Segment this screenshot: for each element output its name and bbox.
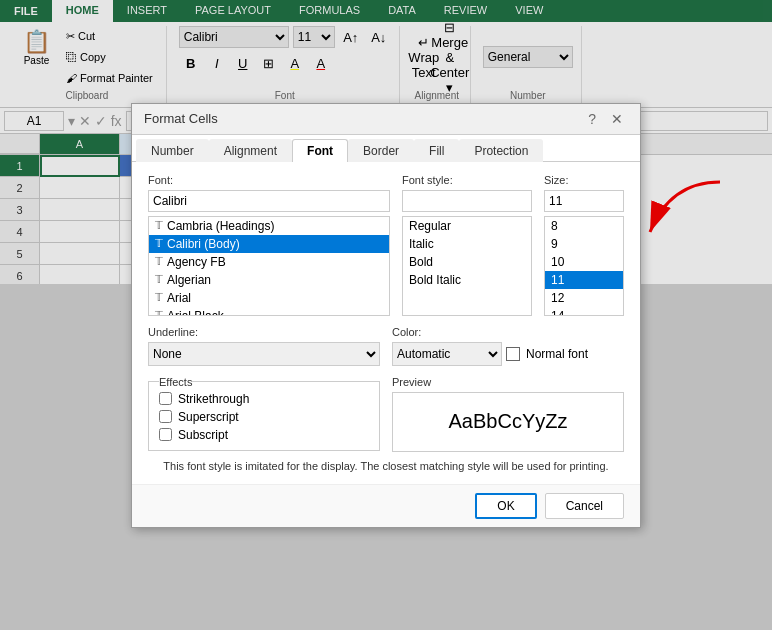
font-name-input[interactable]	[148, 190, 390, 212]
effects-legend: Effects	[159, 376, 192, 388]
tab-fill[interactable]: Fill	[414, 139, 459, 162]
underline-select[interactable]: None	[148, 342, 380, 366]
subscript-label: Subscript	[178, 428, 228, 442]
normal-font-label: Normal font	[526, 347, 588, 361]
normal-font-checkbox[interactable]: Normal font	[506, 347, 588, 361]
format-cells-dialog: Format Cells ? ✕ Number Alignment Font B…	[131, 103, 641, 528]
size-14[interactable]: 14	[545, 307, 623, 316]
size-8[interactable]: 8	[545, 217, 623, 235]
font-size-list[interactable]: 8 9 10 11 12 14	[544, 216, 624, 316]
effects-preview-row: Effects Strikethrough Superscript Subscr…	[148, 376, 624, 452]
underline-column: Underline: None	[148, 326, 380, 366]
font-item-algerian[interactable]: 𝕋 Algerian	[149, 271, 389, 289]
tab-alignment[interactable]: Alignment	[209, 139, 292, 162]
subscript-checkbox[interactable]: Subscript	[159, 428, 369, 442]
color-dropdown[interactable]: Automatic	[392, 342, 502, 366]
tab-font[interactable]: Font	[292, 139, 348, 162]
tab-border[interactable]: Border	[348, 139, 414, 162]
font-name-column: Font: 𝕋 Cambria (Headings) 𝕋 Calibri (Bo…	[148, 174, 390, 316]
color-select-row: Automatic Normal font	[392, 342, 624, 366]
modal-footer: OK Cancel	[132, 484, 640, 527]
preview-box: AaBbCcYyZz	[392, 392, 624, 452]
superscript-input[interactable]	[159, 410, 172, 423]
font-item-cambria[interactable]: 𝕋 Cambria (Headings)	[149, 217, 389, 235]
font-icon-algerian: 𝕋	[155, 273, 163, 286]
modal-title: Format Cells	[144, 111, 218, 126]
font-icon-agency: 𝕋	[155, 255, 163, 268]
style-bold-italic[interactable]: Bold Italic	[403, 271, 531, 289]
font-icon-arial-black: 𝕋	[155, 309, 163, 316]
modal-overlay: Format Cells ? ✕ Number Alignment Font B…	[0, 0, 772, 630]
font-icon-arial: 𝕋	[155, 291, 163, 304]
color-label: Color:	[392, 326, 624, 338]
size-12[interactable]: 12	[545, 289, 623, 307]
normal-font-box[interactable]	[506, 347, 520, 361]
font-name-label: Font:	[148, 174, 390, 186]
tab-number[interactable]: Number	[136, 139, 209, 162]
font-name-calibri: Calibri (Body)	[167, 237, 240, 251]
font-icon-cambria: 𝕋	[155, 219, 163, 232]
font-style-list[interactable]: Regular Italic Bold Bold Italic	[402, 216, 532, 316]
font-item-agency[interactable]: 𝕋 Agency FB	[149, 253, 389, 271]
modal-titlebar: Format Cells ? ✕	[132, 104, 640, 135]
font-item-arial[interactable]: 𝕋 Arial	[149, 289, 389, 307]
superscript-label: Superscript	[178, 410, 239, 424]
font-name-cambria: Cambria (Headings)	[167, 219, 274, 233]
strikethrough-checkbox[interactable]: Strikethrough	[159, 392, 369, 406]
modal-help-button[interactable]: ?	[582, 111, 602, 127]
size-11[interactable]: 11	[545, 271, 623, 289]
subscript-input[interactable]	[159, 428, 172, 441]
size-10[interactable]: 10	[545, 253, 623, 271]
font-size-column: Size: 8 9 10 11 12 14	[544, 174, 624, 316]
font-name-arial-black: Arial Black	[167, 309, 224, 316]
color-column: Color: Automatic Normal font	[392, 326, 624, 366]
modal-controls: ? ✕	[582, 110, 628, 128]
strikethrough-label: Strikethrough	[178, 392, 249, 406]
style-bold[interactable]: Bold	[403, 253, 531, 271]
font-name-list[interactable]: 𝕋 Cambria (Headings) 𝕋 Calibri (Body) 𝕋 …	[148, 216, 390, 316]
tab-protection[interactable]: Protection	[459, 139, 543, 162]
preview-section: Preview AaBbCcYyZz	[392, 376, 624, 452]
font-section: Font: 𝕋 Cambria (Headings) 𝕋 Calibri (Bo…	[148, 174, 624, 316]
superscript-checkbox[interactable]: Superscript	[159, 410, 369, 424]
style-italic[interactable]: Italic	[403, 235, 531, 253]
font-name-algerian: Algerian	[167, 273, 211, 287]
font-style-label: Font style:	[402, 174, 532, 186]
modal-body: Font: 𝕋 Cambria (Headings) 𝕋 Calibri (Bo…	[132, 162, 640, 484]
style-regular[interactable]: Regular	[403, 217, 531, 235]
font-style-input[interactable]	[402, 190, 532, 212]
underline-label: Underline:	[148, 326, 380, 338]
preview-label: Preview	[392, 376, 624, 388]
strikethrough-input[interactable]	[159, 392, 172, 405]
preview-text: AaBbCcYyZz	[449, 410, 568, 433]
effects-fieldset: Effects Strikethrough Superscript Subscr…	[148, 376, 380, 451]
font-name-arial: Arial	[167, 291, 191, 305]
font-size-label: Size:	[544, 174, 624, 186]
underline-section: Underline: None Color: Automatic Normal …	[148, 326, 624, 366]
size-9[interactable]: 9	[545, 235, 623, 253]
font-icon-calibri: 𝕋	[155, 237, 163, 250]
font-name-agency: Agency FB	[167, 255, 226, 269]
modal-close-button[interactable]: ✕	[606, 110, 628, 128]
modal-tabs: Number Alignment Font Border Fill Protec…	[132, 135, 640, 162]
font-style-column: Font style: Regular Italic Bold Bold Ita…	[402, 174, 532, 316]
font-item-arial-black[interactable]: 𝕋 Arial Black	[149, 307, 389, 316]
bottom-note: This font style is imitated for the disp…	[148, 460, 624, 472]
font-size-input[interactable]	[544, 190, 624, 212]
font-item-calibri[interactable]: 𝕋 Calibri (Body)	[149, 235, 389, 253]
effects-section: Effects Strikethrough Superscript Subscr…	[148, 376, 380, 452]
ok-button[interactable]: OK	[475, 493, 536, 519]
cancel-button[interactable]: Cancel	[545, 493, 624, 519]
